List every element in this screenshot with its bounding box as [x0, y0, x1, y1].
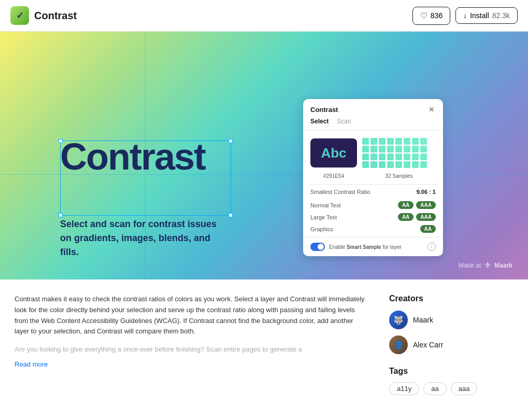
large-text-badges: AA AAA: [398, 213, 436, 221]
app-icon: ✓: [10, 6, 29, 25]
header-left: ✓ Contrast: [10, 6, 77, 25]
panel-colors: Abc: [303, 131, 443, 172]
color-cell: [379, 153, 386, 160]
ratio-row: Smallest Contrast Ratio 9.06 : 1: [303, 185, 443, 199]
tags-list: a11y aa aaa: [389, 382, 513, 395]
footer-post: for layer: [381, 244, 402, 250]
description-faded: Are you looking to give everything a onc…: [15, 344, 368, 355]
color-cell: [412, 138, 419, 145]
color-cell: [362, 146, 369, 152]
checkmark-icon: ✓: [16, 10, 24, 21]
content-main: Contrast makes it easy to check the cont…: [15, 294, 368, 395]
alex-avatar-icon: 👤: [394, 341, 403, 349]
color-cell: [362, 161, 369, 168]
hero-text-block: Contrast: [60, 138, 205, 175]
color-cell: [387, 153, 394, 160]
close-button[interactable]: ✕: [427, 105, 436, 114]
color-cell: [420, 146, 427, 152]
tab-select[interactable]: Select: [310, 118, 329, 125]
color-swatch-dark: Abc: [310, 138, 357, 167]
samples-label: 32 Samples: [362, 173, 436, 179]
creator-item-alex: 👤 Alex Carr: [389, 335, 513, 354]
tags-section: Tags a11y aa aaa: [389, 367, 513, 395]
content-sidebar: Creators 🐺 Maark 👤 Alex Carr Tags a11y a…: [389, 294, 513, 395]
color-cell: [420, 161, 427, 168]
color-cell: [395, 161, 402, 168]
info-icon[interactable]: i: [427, 243, 436, 251]
creator-item-maark: 🐺 Maark: [389, 311, 513, 329]
large-text-label: Large Text: [310, 214, 337, 220]
badge-aa-normal: AA: [398, 201, 413, 209]
footer-bold: Smart Sample: [347, 244, 381, 250]
color-cell: [420, 153, 427, 160]
color-cell: [395, 153, 402, 160]
read-more-link[interactable]: Read more: [15, 360, 48, 368]
color-cell: [362, 153, 369, 160]
hero-banner: Contrast Select and scan for contrast is…: [0, 32, 528, 279]
corner-handle-bl: [59, 213, 63, 217]
tag-a11y[interactable]: a11y: [389, 382, 419, 395]
color-grid: [362, 138, 427, 168]
tags-title: Tags: [389, 367, 513, 376]
color-cell: [395, 138, 402, 145]
color-cell: [404, 146, 410, 152]
install-count: 82.3k: [492, 11, 510, 20]
hero-subtitle: Select and scan for contrast issues on g…: [60, 217, 226, 259]
hero-big-title: Contrast: [60, 138, 205, 175]
made-at-label: Made at ⚜ Maark: [459, 260, 512, 270]
graphics-badges: AA: [420, 225, 436, 233]
install-button[interactable]: ↓ Install 82.3k: [455, 7, 518, 24]
normal-text-row: Normal Text AA AAA: [303, 199, 443, 211]
content-area: Contrast makes it easy to check the cont…: [0, 279, 528, 405]
creator-avatar-maark: 🐺: [389, 311, 408, 329]
color-cell: [370, 138, 377, 145]
color-cell: [404, 138, 410, 145]
ratio-label: Smallest Contrast Ratio: [310, 189, 370, 195]
maark-avatar-icon: 🐺: [393, 315, 404, 325]
color-cell: [362, 138, 369, 145]
color-cell: [404, 153, 410, 160]
color-cell: [379, 161, 386, 168]
color-labels: #291E54 32 Samples: [303, 172, 443, 184]
app-name: Contrast: [34, 10, 77, 22]
color-cell: [370, 146, 377, 152]
color-cell: [412, 153, 419, 160]
color-cell: [404, 161, 410, 168]
download-icon: ↓: [463, 11, 467, 20]
like-button[interactable]: ♡ 836: [412, 7, 450, 25]
install-label: Install: [470, 11, 489, 20]
graphics-row: Graphics AA: [303, 223, 443, 235]
color-cell: [379, 146, 386, 152]
creator-avatar-alex: 👤: [389, 335, 408, 354]
creators-section: Creators 🐺 Maark 👤 Alex Carr: [389, 294, 513, 354]
toggle-knob: [318, 244, 324, 250]
footer-text: Enable Smart Sample for layer: [329, 244, 423, 250]
large-text-row: Large Text AA AAA: [303, 211, 443, 223]
color-cell: [387, 146, 394, 152]
normal-text-label: Normal Text: [310, 202, 340, 208]
tag-aa[interactable]: aa: [423, 382, 446, 395]
color-cell: [370, 153, 377, 160]
tab-scan[interactable]: Scan: [337, 118, 351, 125]
maark-icon: ⚜: [484, 260, 491, 270]
contrast-panel: Contrast ✕ Select Scan Abc: [303, 99, 443, 256]
panel-header: Contrast ✕: [303, 99, 443, 118]
abc-text: Abc: [321, 145, 346, 161]
panel-tabs: Select Scan: [303, 118, 443, 131]
smart-sample-toggle[interactable]: [310, 243, 325, 251]
panel-title: Contrast: [310, 106, 338, 114]
color-cell: [387, 161, 394, 168]
heart-icon: ♡: [420, 11, 427, 21]
corner-handle-br: [229, 213, 233, 217]
creator-name-alex: Alex Carr: [413, 341, 443, 349]
corner-handle-tr: [229, 139, 233, 143]
footer-pre: Enable: [329, 244, 347, 250]
tag-aaa[interactable]: aaa: [451, 382, 478, 395]
graphics-label: Graphics: [310, 226, 333, 232]
color-cell: [412, 146, 419, 152]
dark-color-label: #291E54: [310, 173, 357, 179]
color-cell: [370, 161, 377, 168]
color-cell: [395, 146, 402, 152]
made-at-text: Made at: [459, 262, 481, 269]
badge-aa-graphics: AA: [420, 225, 436, 233]
